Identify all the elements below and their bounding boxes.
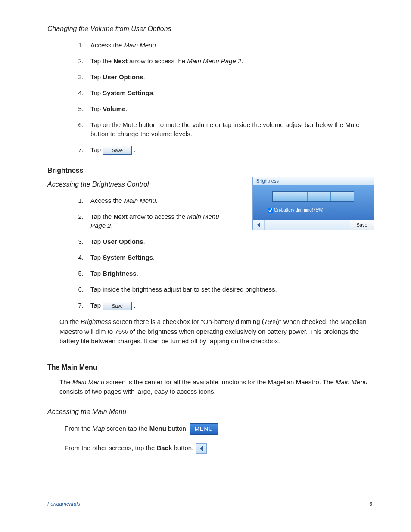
menu-button[interactable]: MENU (190, 423, 218, 435)
main-menu-line2: From the other screens, tap the Back but… (65, 443, 372, 454)
list-item: 2.Tap the Next arrow to access the Main … (73, 212, 233, 230)
main-menu-line1: From the Map screen tap the Menu button.… (65, 423, 372, 435)
brightness-slider[interactable] (272, 191, 354, 202)
back-arrow-icon (256, 222, 261, 227)
back-arrow-icon (199, 445, 204, 451)
dimming-checkbox[interactable] (268, 208, 273, 213)
list-item: 7.Tap Save . (73, 145, 372, 155)
brightness-paragraph: On the Brightness screen there is a chec… (59, 317, 372, 346)
list-item: 2.Tap the Next arrow to access the Main … (73, 56, 372, 65)
list-item: 3.Tap User Options. (73, 237, 233, 246)
dimming-checkbox-row: On-battery dimming(75%) (253, 206, 374, 215)
panel-back-button[interactable] (253, 220, 265, 230)
subheading-main-menu: Accessing the Main Menu (47, 408, 372, 416)
panel-save-button[interactable]: Save (350, 220, 374, 230)
footer-page-number: 6 (369, 501, 372, 507)
list-item: 7.Tap Save . (73, 301, 372, 310)
list-item: 5.Tap Volume. (73, 104, 372, 113)
heading-volume: Changing the Volume from User Options (47, 25, 372, 33)
list-brightness: 1.Access the Main Menu. 2.Tap the Next a… (73, 196, 233, 278)
page-footer: Fundamentals 6 (47, 501, 372, 507)
panel-title: Brightness (253, 177, 374, 185)
main-menu-paragraph: The Main Menu screen is the center for a… (59, 377, 372, 397)
list-item: 6.Tap on the Mute button to mute the vol… (73, 120, 372, 138)
save-button[interactable]: Save (103, 146, 132, 155)
list-item: 5.Tap Brightness. (73, 269, 233, 278)
save-button[interactable]: Save (103, 302, 132, 310)
list-item: 4.Tap System Settings. (73, 253, 233, 262)
list-volume: 1.Access the Main Menu. 2.Tap the Next a… (73, 40, 372, 155)
heading-brightness: Brightness (47, 167, 372, 174)
svg-marker-0 (257, 223, 260, 227)
list-item: 4.Tap System Settings. (73, 88, 372, 97)
list-brightness-cont: 6.Tap inside the brightness adjust bar t… (73, 285, 372, 310)
list-item: 1.Access the Main Menu. (73, 40, 372, 50)
brightness-panel: Brightness On-battery dimming(75%) Save (252, 177, 374, 230)
list-item: 3.Tap User Options. (73, 72, 372, 81)
svg-marker-1 (200, 446, 203, 451)
list-item: 6.Tap inside the brightness adjust bar t… (73, 285, 372, 294)
heading-main-menu: The Main Menu (47, 364, 372, 371)
back-button[interactable] (196, 443, 207, 454)
list-item: 1.Access the Main Menu. (73, 196, 233, 205)
footer-section: Fundamentals (47, 501, 80, 507)
